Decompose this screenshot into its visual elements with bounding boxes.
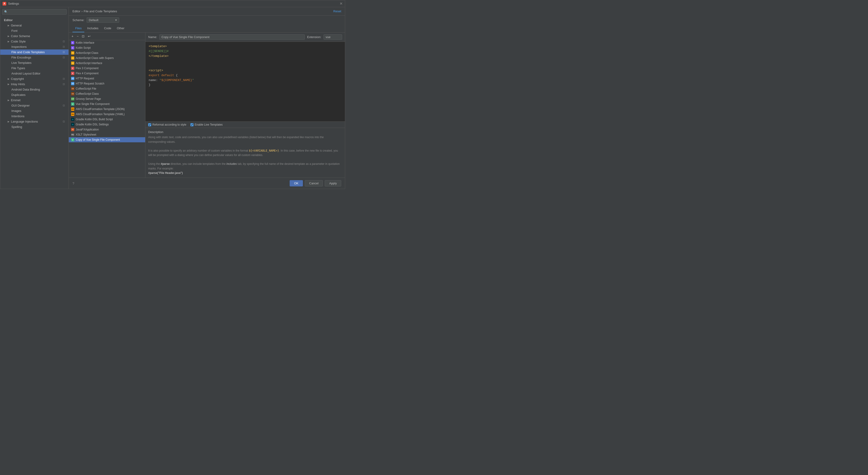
- help-button[interactable]: ?: [72, 182, 74, 185]
- sidebar-item-android-layout[interactable]: Android Layout Editor: [0, 71, 68, 76]
- close-button[interactable]: ✕: [340, 1, 343, 6]
- scheme-dropdown-arrow: ▼: [115, 19, 117, 21]
- http-icon: API: [71, 77, 74, 80]
- app-icon: A: [3, 2, 6, 6]
- file-item-gradle-settings[interactable]: G Gradle Kotlin DSL Settings: [69, 122, 145, 127]
- reformat-checkbox[interactable]: [148, 123, 151, 126]
- file-item-flex4[interactable]: F Flex 4 Component: [69, 71, 145, 76]
- checkbox-reformat[interactable]: Reformat according to style: [148, 123, 186, 126]
- sidebar-item-android-data-binding[interactable]: Android Data Binding: [0, 87, 68, 92]
- sidebar-android-layout-label: Android Layout Editor: [11, 72, 40, 75]
- file-item-aws-yaml[interactable]: YML AWS CloudFormation Template (YAML): [69, 112, 145, 117]
- file-item-groovy[interactable]: GSP Groovy Server Page: [69, 96, 145, 101]
- code-editor[interactable]: <template> #[[$END$]]# </template> <scri…: [146, 42, 345, 121]
- expand-arrow-color-scheme: ▶: [8, 35, 9, 37]
- sidebar-item-file-code-templates[interactable]: File and Code Templates ⊡: [0, 50, 68, 55]
- sidebar-item-duplicates[interactable]: Duplicates: [0, 92, 68, 97]
- apply-button[interactable]: Apply: [325, 180, 341, 186]
- tab-files[interactable]: Files: [72, 25, 84, 32]
- file-list: K Kotlin Interface K Kotlin Script AS Ac…: [69, 40, 145, 178]
- tab-other[interactable]: Other: [114, 25, 127, 32]
- breadcrumb-editor: Editor: [72, 9, 81, 13]
- xslt-icon: XSL: [71, 133, 74, 136]
- as-class-icon: AS: [71, 51, 74, 55]
- file-item-actionscript-class-supers[interactable]: AS ActionScript Class with Supers: [69, 56, 145, 61]
- checkboxes-row: Reformat according to style Enable Live …: [146, 121, 345, 128]
- breadcrumb-sep: ›: [82, 9, 83, 13]
- add-template-button[interactable]: +: [71, 34, 74, 38]
- sidebar-item-gui-designer[interactable]: GUI Designer ⊡: [0, 103, 68, 108]
- copy-template-button[interactable]: ⊡: [81, 34, 86, 38]
- sidebar-item-live-templates[interactable]: Live Templates: [0, 60, 68, 65]
- tab-code[interactable]: Code: [101, 25, 114, 32]
- main-content: 🔍 Editor ▶ General Font ▶ Color Scheme: [0, 7, 345, 189]
- copy-icon-inlay-hints: ⊡: [63, 83, 65, 86]
- sidebar-item-general[interactable]: ▶ General: [0, 23, 68, 28]
- scheme-label: Scheme:: [72, 18, 84, 22]
- copy-icon-file-encodings: ⊡: [63, 56, 65, 59]
- http-scratch-icon: API: [71, 82, 74, 85]
- expand-arrow-inlay-hints: ▶: [8, 83, 9, 86]
- sidebar-item-font[interactable]: Font: [0, 28, 68, 33]
- ok-button[interactable]: OK: [290, 180, 303, 186]
- sidebar-item-intentions[interactable]: Intentions: [0, 114, 68, 119]
- file-item-label: Gradle Kotlin DSL Settings: [76, 123, 109, 126]
- file-item-http-scratch[interactable]: API HTTP Request Scratch: [69, 81, 145, 86]
- sidebar-inlay-hints-label: Inlay Hints: [11, 83, 25, 86]
- file-item-kotlin-script[interactable]: K Kotlin Script: [69, 45, 145, 51]
- sidebar-item-code-style[interactable]: ▶ Code Style ⊡: [0, 39, 68, 44]
- sidebar-item-color-scheme[interactable]: ▶ Color Scheme: [0, 33, 68, 39]
- code-line-name: name: "${COMPONENT_NAME}": [149, 78, 342, 83]
- tabs-row: Files Includes Code Other: [69, 25, 345, 32]
- name-input[interactable]: [159, 34, 305, 40]
- sidebar-item-language-injections[interactable]: ▶ Language Injections ⊡: [0, 119, 68, 124]
- scheme-dropdown[interactable]: Default ▼: [87, 18, 119, 23]
- code-line-script-open: <script>: [149, 68, 342, 73]
- search-box[interactable]: 🔍: [2, 9, 67, 14]
- sidebar-item-inlay-hints[interactable]: ▶ Inlay Hints ⊡: [0, 82, 68, 87]
- file-item-coffeescript-class[interactable]: CS CoffeeScript Class: [69, 91, 145, 96]
- file-item-coffeescript-file[interactable]: CS CoffeeScript File: [69, 86, 145, 91]
- file-item-flex3[interactable]: F Flex 3 Component: [69, 66, 145, 71]
- file-item-actionscript-class[interactable]: AS ActionScript Class: [69, 51, 145, 56]
- sidebar-file-encodings-label: File Encodings: [11, 56, 31, 59]
- sidebar-item-file-encodings[interactable]: File Encodings ⊡: [0, 55, 68, 60]
- live-templates-checkbox[interactable]: [190, 123, 193, 126]
- split-area: + − ⊡ ↩ K Kotlin Interface K Kotlin Scri…: [69, 32, 345, 178]
- file-item-actionscript-interface[interactable]: AS ActionScript Interface: [69, 61, 145, 66]
- reset-button[interactable]: Reset: [333, 9, 341, 13]
- ext-input[interactable]: [323, 34, 342, 40]
- sidebar-item-inspections[interactable]: Inspections ⊡: [0, 44, 68, 50]
- file-item-label: AWS CloudFormation Template (JSON): [76, 107, 125, 111]
- file-item-label: XSLT Stylesheet: [76, 133, 96, 136]
- file-item-http-request[interactable]: API HTTP Request: [69, 76, 145, 81]
- sidebar-item-file-types[interactable]: File Types: [0, 65, 68, 71]
- file-item-vue[interactable]: V Vue Single File Component: [69, 101, 145, 106]
- file-item-gradle-build[interactable]: G Gradle Kotlin DSL Build Script: [69, 117, 145, 122]
- checkbox-live-templates[interactable]: Enable Live Templates: [190, 123, 223, 126]
- tab-includes[interactable]: Includes: [84, 25, 101, 32]
- file-item-label: Flex 3 Component: [76, 67, 98, 70]
- expand-arrow-copyright: ▶: [8, 77, 9, 80]
- javafx-icon: FX: [71, 128, 74, 131]
- gradle-settings-icon: G: [71, 123, 74, 126]
- file-item-xslt[interactable]: XSL XSLT Stylesheet: [69, 132, 145, 137]
- expand-arrow-code-style: ▶: [8, 40, 9, 43]
- cancel-button[interactable]: Cancel: [305, 180, 323, 186]
- search-input[interactable]: [9, 10, 65, 13]
- sidebar-item-emmet[interactable]: ▶ Emmet: [0, 97, 68, 103]
- sidebar-item-images[interactable]: Images: [0, 108, 68, 114]
- file-item-javafx[interactable]: FX JavaFXApplication: [69, 127, 145, 132]
- file-item-label: Kotlin Script: [76, 46, 91, 50]
- sidebar-item-copyright[interactable]: ▶ Copyright ⊡: [0, 76, 68, 82]
- file-item-kotlin-interface[interactable]: K Kotlin Interface: [69, 40, 145, 45]
- reset-template-button[interactable]: ↩: [87, 34, 92, 38]
- sidebar-item-spelling[interactable]: Spelling: [0, 124, 68, 130]
- remove-template-button[interactable]: −: [76, 34, 80, 38]
- sidebar-file-types-label: File Types: [11, 66, 25, 70]
- as-class-supers-icon: AS: [71, 56, 74, 60]
- file-item-aws-json[interactable]: AWS AWS CloudFormation Template (JSON): [69, 106, 145, 112]
- window-title: Settings: [8, 2, 19, 5]
- as-interface-icon: AS: [71, 62, 74, 65]
- file-item-copy-vue[interactable]: V Copy of Vue Single File Component: [69, 137, 145, 142]
